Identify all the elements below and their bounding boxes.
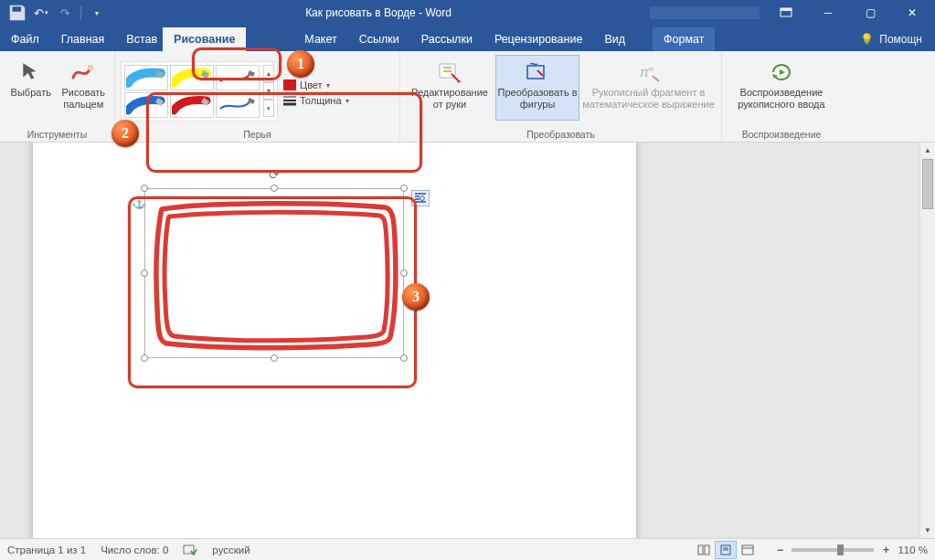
status-bar: Страница 1 из 1 Число слов: 0 русский − … [0, 538, 935, 560]
ink-selection[interactable]: ⟳ [144, 188, 404, 358]
pen-gallery-scroll: ▲ ▼ ▾ [263, 65, 274, 118]
zoom-in-button[interactable]: + [879, 544, 892, 556]
math-pi-icon: ππ [634, 59, 664, 85]
window-controls: ─ ▢ ✕ [765, 0, 933, 26]
page-canvas[interactable]: ⟳ ⚓ [33, 143, 636, 538]
ink-replay-button[interactable]: Воспроизведение рукописного ввода [728, 55, 835, 121]
undo-button[interactable]: ↶▾ [31, 3, 51, 23]
pen-color-menu[interactable]: Цвет ▾ [282, 79, 351, 91]
callout-badge-3: 3 [402, 283, 430, 311]
view-web-button[interactable] [737, 541, 759, 559]
minimize-button[interactable]: ─ [807, 0, 849, 26]
gallery-down-button[interactable]: ▼ [263, 82, 274, 100]
zoom-out-button[interactable]: − [773, 544, 786, 556]
pen-gallery [124, 65, 260, 118]
ribbon: Выбрать Рисовать пальцем Инструменты [0, 51, 935, 143]
svg-point-7 [457, 79, 460, 82]
layout-options-button[interactable] [411, 190, 430, 206]
cursor-icon [16, 59, 46, 85]
group-pens: ▲ ▼ ▾ Цвет ▾ Толщина ▾ Перья [115, 51, 400, 142]
account-strip[interactable] [650, 6, 760, 19]
zoom-knob[interactable] [837, 544, 844, 555]
zoom-level[interactable]: 110 % [898, 544, 928, 555]
svg-rect-13 [705, 545, 709, 555]
ink-shape [145, 189, 405, 359]
replay-icon [767, 59, 796, 85]
color-swatch-icon [283, 79, 296, 90]
tab-view[interactable]: Вид [593, 27, 636, 51]
svg-text:π: π [640, 64, 650, 79]
rotate-handle-icon[interactable]: ⟳ [267, 167, 282, 182]
spellcheck-icon[interactable] [183, 544, 197, 556]
callout-badge-1: 1 [287, 50, 314, 78]
view-print-button[interactable] [715, 541, 737, 559]
tab-file[interactable]: Файл [0, 27, 50, 51]
gallery-up-button[interactable]: ▲ [263, 65, 274, 82]
pen-highlighter-yellow[interactable] [170, 65, 214, 90]
tab-draw[interactable]: Рисование [163, 27, 246, 51]
pen-properties: Цвет ▾ Толщина ▾ [280, 75, 353, 107]
pen-thickness-menu[interactable]: Толщина ▾ [282, 94, 351, 107]
zoom-slider[interactable] [792, 548, 874, 552]
qat-customize-button[interactable]: ▾ [87, 3, 107, 23]
tab-format[interactable]: Формат [653, 27, 715, 51]
ink-to-math-button: ππ Рукописный фрагмент в математическое … [581, 55, 716, 121]
group-tools: Выбрать Рисовать пальцем Инструменты [0, 51, 115, 142]
redo-button[interactable]: ↷ [55, 3, 75, 23]
tab-references[interactable]: Ссылки [348, 27, 410, 51]
draw-touch-button[interactable]: Рисовать пальцем [58, 55, 110, 121]
ink-edit-icon [435, 59, 464, 85]
word-count[interactable]: Число слов: 0 [101, 544, 168, 555]
svg-rect-1 [781, 8, 792, 11]
quick-access-toolbar: ↶▾ ↷ ▾ [2, 3, 107, 23]
scroll-up-button[interactable]: ▲ [920, 143, 935, 158]
ink-to-shapes-button[interactable]: Преобразовать в фигуры [495, 55, 579, 121]
tab-home[interactable]: Главная [50, 27, 116, 51]
pen-thin-red[interactable] [216, 65, 260, 90]
tab-mailings[interactable]: Рассылки [410, 27, 483, 51]
svg-point-2 [88, 65, 93, 70]
ink-editing-button[interactable]: Редактирование от руки [406, 55, 494, 121]
scroll-thumb[interactable] [922, 159, 933, 209]
anchor-icon: ⚓ [132, 195, 146, 209]
vertical-scrollbar[interactable]: ▲ ▼ [919, 143, 935, 538]
save-button[interactable] [7, 3, 27, 23]
pen-brush-blue[interactable] [124, 92, 168, 118]
zoom-controls: − + 110 % [773, 544, 928, 556]
language-indicator[interactable]: русский [212, 544, 250, 555]
pen-thin-blue[interactable] [216, 92, 260, 118]
page-indicator[interactable]: Страница 1 из 1 [7, 544, 86, 555]
tell-me[interactable]: 💡 Помощн [853, 27, 935, 51]
select-button[interactable]: Выбрать [5, 55, 57, 121]
close-button[interactable]: ✕ [891, 0, 933, 26]
ribbon-tabs: Файл Главная Встав Рисование Макет Ссылк… [0, 26, 935, 51]
pen-brush-red[interactable] [170, 92, 214, 118]
title-bar: ↶▾ ↷ ▾ Как рисовать в Ворде - Word ─ ▢ ✕ [0, 0, 935, 26]
scroll-down-button[interactable]: ▼ [920, 523, 935, 538]
pen-highlighter-blue[interactable] [124, 65, 168, 90]
lightbulb-icon: 💡 [860, 33, 874, 46]
callout-badge-2: 2 [112, 120, 139, 147]
group-replay: Воспроизведение рукописного ввода Воспро… [722, 51, 841, 142]
ribbon-display-options-button[interactable] [765, 0, 807, 26]
view-buttons [693, 541, 759, 559]
finger-draw-icon [69, 59, 98, 85]
svg-text:π: π [649, 65, 654, 73]
maximize-button[interactable]: ▢ [849, 0, 891, 26]
svg-rect-17 [742, 545, 753, 555]
group-convert: Редактирование от руки Преобразовать в ф… [400, 51, 722, 142]
window-title: Как рисовать в Ворде - Word [107, 6, 650, 19]
svg-rect-8 [527, 66, 544, 79]
thickness-lines-icon [283, 95, 296, 106]
tab-review[interactable]: Рецензирование [483, 27, 594, 51]
ink-to-shape-icon [523, 59, 552, 85]
tab-insert[interactable]: Встав [115, 27, 163, 51]
tab-layout[interactable]: Макет [293, 27, 347, 51]
gallery-more-button[interactable]: ▾ [263, 100, 274, 117]
view-read-button[interactable] [693, 541, 715, 559]
svg-rect-12 [698, 545, 703, 555]
document-area: ⟳ ⚓ ▲ ▼ [0, 143, 935, 538]
